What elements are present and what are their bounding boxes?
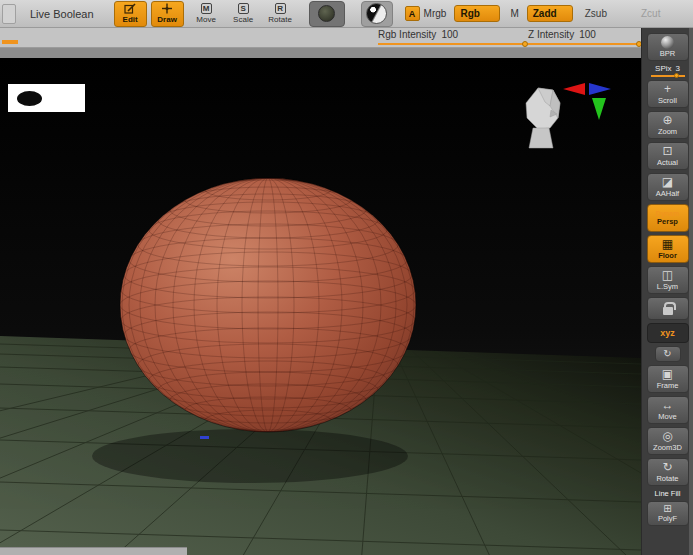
zadd-button[interactable]: Zadd	[527, 5, 573, 22]
zoom3d-button[interactable]: ◎ Zoom3D	[647, 427, 689, 455]
rotate-key-icon: R	[275, 3, 286, 14]
frame-button[interactable]: ▣ Frame	[647, 365, 689, 393]
canvas-horizontal-scrollbar[interactable]	[0, 547, 187, 555]
edit-icon	[124, 3, 136, 14]
local-rotate-icon: ↻	[663, 349, 671, 359]
viewport-canvas[interactable]	[0, 58, 641, 555]
rotate-label: Rotate	[268, 15, 292, 24]
polyframe-label: PolyF	[658, 514, 677, 523]
actual-size-icon: ⊡	[662, 145, 672, 158]
top-toolbar: Live Boolean Edit Draw M Move S Scale	[0, 0, 693, 28]
zoom-button[interactable]: ⊕ Zoom	[647, 111, 689, 139]
rgb-intensity-track[interactable]	[378, 43, 526, 45]
sphere-mesh[interactable]	[120, 178, 416, 432]
toolbar-corner-button[interactable]	[2, 4, 16, 24]
scale-button[interactable]: S Scale	[227, 1, 260, 27]
spix-slider[interactable]: SPix 3	[651, 64, 685, 77]
actual-button[interactable]: ⊡ Actual	[647, 142, 689, 170]
edit-button[interactable]: Edit	[114, 1, 147, 27]
live-boolean-button[interactable]: Live Boolean	[24, 4, 100, 24]
zoom3d-label: Zoom3D	[653, 443, 682, 452]
toolbar-slider-row: Rgb Intensity 100 Z Intensity 100	[0, 28, 641, 48]
mrgb-button[interactable]: Mrgb	[424, 8, 447, 19]
magnifier-icon: ⊕	[662, 114, 672, 127]
draw-icon	[161, 3, 173, 14]
half-size-icon: ◪	[662, 176, 673, 189]
persp-button[interactable]: Dynam Persp	[647, 204, 689, 232]
rgb-button[interactable]: Rgb	[454, 5, 500, 22]
scale-key-icon: S	[238, 3, 249, 14]
alpha-preview-panel[interactable]	[8, 84, 85, 112]
rotate-view-icon: ↻	[662, 461, 672, 474]
spix-label: SPix	[655, 64, 671, 73]
z-intensity-label: Z Intensity	[528, 29, 574, 40]
bpr-label: BPR	[660, 49, 675, 58]
move-key-icon: M	[201, 3, 212, 14]
lsym-label: L.Sym	[657, 282, 678, 291]
zoom3d-icon: ◎	[662, 430, 672, 443]
move-view-button[interactable]: ↔ Move	[647, 396, 689, 424]
local-rotate-button[interactable]: ↻	[655, 346, 681, 362]
zcut-button[interactable]: Zcut	[637, 6, 664, 21]
zbrush-app: Live Boolean Edit Draw M Move S Scale	[0, 0, 693, 555]
stroke-alpha-button[interactable]	[309, 1, 345, 27]
floor-grid-icon: ▦	[662, 238, 673, 251]
rgb-intensity-label: Rgb Intensity	[378, 29, 436, 40]
move-button[interactable]: M Move	[190, 1, 223, 27]
actual-label: Actual	[657, 158, 678, 167]
frame-label: Frame	[657, 381, 679, 390]
scroll-label: Scroll	[658, 96, 677, 105]
sidebar-scroll-strip[interactable]	[689, 28, 693, 555]
floor-label: Floor	[658, 251, 677, 260]
toolbar-divider	[0, 48, 641, 58]
gyro-marker	[200, 436, 209, 439]
z-intensity-slider[interactable]: Z Intensity 100	[528, 29, 640, 45]
rgb-intensity-value: 100	[441, 29, 458, 40]
scale-label: Scale	[233, 15, 253, 24]
draw-label: Draw	[157, 15, 177, 24]
dynamic-sublabel: Dynam	[656, 210, 679, 217]
zsub-button[interactable]: Zsub	[581, 6, 611, 21]
scroll-button[interactable]: + Scroll	[647, 80, 689, 108]
edit-label: Edit	[123, 15, 138, 24]
m-button[interactable]: M	[510, 8, 518, 19]
frame-icon: ▣	[662, 368, 673, 381]
rotate-view-label: Rotate	[656, 474, 678, 483]
local-symmetry-button[interactable]: ◫ L.Sym	[647, 266, 689, 294]
floor-button[interactable]: ▦ Floor	[647, 235, 689, 263]
persp-label: Persp	[657, 217, 678, 226]
sphere-shadow	[92, 429, 408, 483]
rotate-button[interactable]: R Rotate	[264, 1, 297, 27]
spix-knob[interactable]	[674, 73, 679, 78]
line-fill-label: Line Fill	[655, 489, 681, 498]
alpha-ellipse-icon	[17, 91, 42, 106]
move-arrows-icon: ↔	[662, 399, 674, 412]
zoom-label: Zoom	[658, 127, 677, 136]
move-label: Move	[196, 15, 216, 24]
z-intensity-track[interactable]	[528, 43, 640, 45]
z-intensity-value: 100	[579, 29, 596, 40]
pan-icon: +	[664, 83, 671, 96]
aahalf-button[interactable]: ◪ AAHalf	[647, 173, 689, 201]
material-button[interactable]	[361, 1, 393, 27]
lock-icon	[663, 307, 673, 315]
symmetry-icon: ◫	[662, 269, 673, 282]
xyz-button[interactable]: xyz	[647, 323, 689, 343]
spix-track[interactable]	[651, 75, 685, 77]
bpr-button[interactable]: BPR	[647, 33, 689, 61]
rotate-view-button[interactable]: ↻ Rotate	[647, 458, 689, 486]
polyframe-button[interactable]: ⊞ PolyF	[647, 501, 689, 526]
accent-chip	[2, 40, 18, 44]
right-shelf: BPR SPix 3 + Scroll ⊕ Zoom ⊡ Actual ◪ AA…	[641, 28, 693, 555]
bpr-sphere-icon	[661, 36, 674, 49]
aahalf-label: AAHalf	[656, 189, 679, 198]
draw-button[interactable]: Draw	[151, 1, 184, 27]
polyframe-icon: ⊞	[663, 504, 671, 514]
a-badge[interactable]: A	[405, 6, 420, 21]
material-sphere-icon	[366, 3, 387, 24]
rgb-intensity-slider[interactable]: Rgb Intensity 100	[378, 29, 526, 45]
spix-value: 3	[676, 64, 680, 73]
lock-button[interactable]	[647, 297, 689, 320]
viewport-scene	[0, 58, 641, 555]
xyz-label: xyz	[660, 329, 675, 338]
